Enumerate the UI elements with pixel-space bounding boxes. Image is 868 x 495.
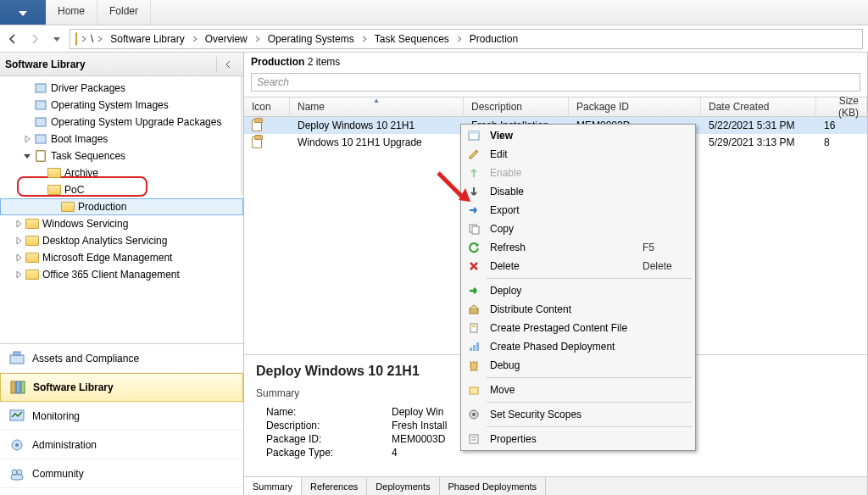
breadcrumb[interactable]: \ Software Library Overview Operating Sy… <box>70 29 863 49</box>
tree-node[interactable]: Microsoft Edge Management <box>0 249 243 266</box>
crumb-task-sequences[interactable]: Task Sequences <box>371 33 453 45</box>
context-menu-create-phased-deployment[interactable]: Create Phased Deployment <box>463 337 693 356</box>
tree-node[interactable]: Production <box>0 198 243 215</box>
context-menu-copy[interactable]: Copy <box>463 220 693 238</box>
tree-node[interactable]: Desktop Analytics Servicing <box>0 232 243 249</box>
sidebar-title: Software Library <box>5 58 86 70</box>
detail-tabs: SummaryReferencesDeploymentsPhased Deplo… <box>244 476 867 495</box>
tree-node[interactable]: Boot Images <box>0 131 243 147</box>
col-description[interactable]: Description <box>464 97 569 116</box>
svg-point-19 <box>15 443 19 447</box>
phased-icon <box>463 341 485 353</box>
context-menu-shortcut: Delete <box>643 260 693 272</box>
detail-tab-summary[interactable]: Summary <box>244 477 302 495</box>
expand-open-icon[interactable] <box>22 151 32 161</box>
context-menu-separator <box>487 377 692 378</box>
context-menu-set-security-scopes[interactable]: Set Security Scopes <box>463 405 693 424</box>
chevron-right-icon <box>253 34 263 44</box>
context-menu-distribute-content[interactable]: Distribute Content <box>463 300 693 319</box>
svg-rect-12 <box>10 355 24 364</box>
context-menu-properties[interactable]: Properties <box>463 430 693 448</box>
context-menu-label: Move <box>485 384 643 396</box>
tree-node[interactable]: Driver Packages <box>0 80 243 97</box>
cell-size: 16 <box>816 117 867 134</box>
detail-tab-references[interactable]: References <box>302 477 367 495</box>
sort-ascending-icon: ▲ <box>373 97 380 104</box>
chevron-right-icon <box>190 34 200 44</box>
tree-node[interactable]: Windows Servicing <box>0 215 243 232</box>
workspace-assets-and-compliance[interactable]: Assets and Compliance <box>0 344 243 373</box>
context-menu-view[interactable]: View <box>463 126 693 145</box>
context-menu-move[interactable]: Move <box>463 381 693 399</box>
crumb-root[interactable]: \ <box>91 33 93 45</box>
svg-point-34 <box>470 362 477 370</box>
workspace-label: Assets and Compliance <box>32 353 139 364</box>
tree-node[interactable]: Operating System Upgrade Packages <box>0 114 243 131</box>
ribbon-bar: Home Folder <box>0 0 868 25</box>
expand-closed-icon[interactable] <box>14 270 24 280</box>
monitoring-icon <box>8 408 25 425</box>
svg-rect-26 <box>472 226 479 234</box>
cell-name: Windows 10 21H1 Upgrade <box>290 134 464 151</box>
context-menu-delete[interactable]: DeleteDelete <box>463 257 693 275</box>
context-menu-disable[interactable]: Disable <box>463 182 693 201</box>
context-menu-label: Refresh <box>485 242 643 253</box>
svg-rect-33 <box>476 342 479 351</box>
nav-back-button[interactable] <box>3 30 22 48</box>
expand-none <box>49 202 59 212</box>
context-menu-export[interactable]: Export <box>463 201 693 220</box>
tree-node[interactable]: Task Sequences <box>0 147 243 164</box>
navigation-tree[interactable]: Driver PackagesOperating System ImagesOp… <box>0 76 243 343</box>
tree-node[interactable]: PoC <box>0 181 243 198</box>
workspace-monitoring[interactable]: Monitoring <box>0 402 243 431</box>
crumb-software-library[interactable]: Software Library <box>107 33 187 45</box>
nav-forward-button[interactable] <box>25 30 44 48</box>
search-input[interactable]: Search <box>251 73 860 92</box>
app-menu-button[interactable] <box>0 0 46 25</box>
ribbon-tab-folder[interactable]: Folder <box>97 0 151 25</box>
tree-node-label: Task Sequences <box>51 150 125 162</box>
svg-marker-0 <box>19 11 27 16</box>
crumb-os[interactable]: Operating Systems <box>264 33 358 45</box>
folder-icon <box>25 251 39 264</box>
expand-closed-icon[interactable] <box>14 236 24 246</box>
workspace-software-library[interactable]: Software Library <box>0 373 243 402</box>
os-image-icon <box>34 98 47 112</box>
collapse-sidebar-button[interactable] <box>216 57 238 72</box>
crumb-production[interactable]: Production <box>466 33 521 45</box>
context-menu-create-prestaged-content-file[interactable]: Create Prestaged Content File <box>463 319 693 337</box>
svg-rect-28 <box>470 309 478 314</box>
grid-header[interactable]: Icon Name▲ Description Package ID Date C… <box>244 97 867 117</box>
crumb-overview[interactable]: Overview <box>202 33 251 45</box>
col-size[interactable]: Size (KB) <box>816 97 867 116</box>
tree-node[interactable]: Office 365 Client Management <box>0 266 243 283</box>
tree-node-label: Operating System Upgrade Packages <box>51 116 221 128</box>
col-name[interactable]: Name▲ <box>290 97 464 116</box>
workspace-community[interactable]: Community <box>0 459 243 488</box>
context-menu-refresh[interactable]: RefreshF5 <box>463 238 693 257</box>
svg-rect-2 <box>36 84 46 92</box>
col-date-created[interactable]: Date Created <box>701 97 816 116</box>
nav-history-button[interactable] <box>47 30 66 48</box>
folder-icon <box>25 217 39 231</box>
expand-closed-icon[interactable] <box>14 253 24 263</box>
detail-tab-phased-deployments[interactable]: Phased Deployments <box>440 477 547 495</box>
detail-tab-deployments[interactable]: Deployments <box>367 477 439 495</box>
workspace-administration[interactable]: Administration <box>0 431 243 459</box>
tree-node[interactable]: Archive <box>0 164 243 181</box>
tree-node[interactable]: Operating System Images <box>0 97 243 114</box>
context-menu-deploy[interactable]: Deploy <box>463 281 693 300</box>
context-menu-separator <box>487 402 692 403</box>
tree-node-label: Operating System Images <box>51 99 169 111</box>
context-menu-debug[interactable]: Debug <box>463 356 693 375</box>
ribbon-tab-home[interactable]: Home <box>46 0 97 25</box>
driver-pkg-icon <box>34 81 47 95</box>
expand-closed-icon[interactable] <box>14 219 24 229</box>
expand-closed-icon[interactable] <box>22 134 32 144</box>
col-icon[interactable]: Icon <box>244 97 290 116</box>
detail-field-key: Package ID: <box>266 433 392 445</box>
context-menu-edit[interactable]: Edit <box>463 145 693 164</box>
folder-icon <box>25 234 39 248</box>
boot-image-icon <box>34 132 47 146</box>
col-package-id[interactable]: Package ID <box>569 97 701 116</box>
